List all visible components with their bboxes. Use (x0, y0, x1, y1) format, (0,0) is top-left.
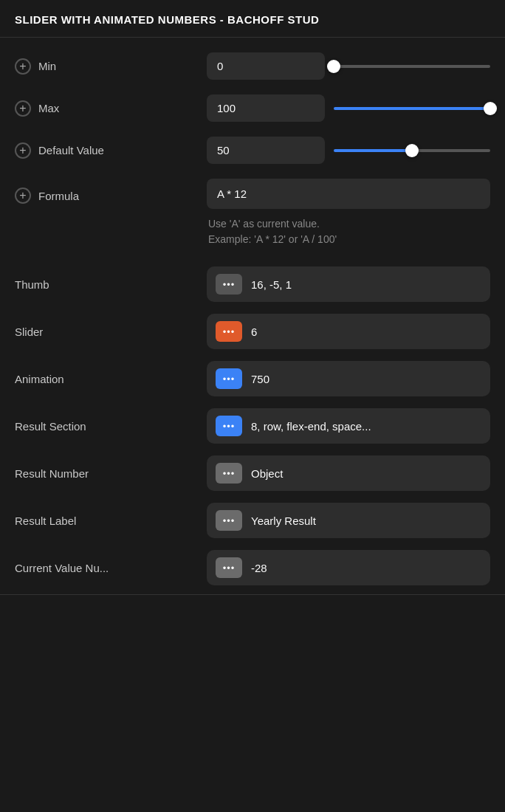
config-value-text-2: 750 (251, 373, 269, 385)
max-slider-container (334, 107, 490, 110)
min-input[interactable] (207, 52, 325, 80)
config-value-box-4: •••Object (207, 455, 490, 491)
content-area: + Min + Max + Default Value (0, 38, 505, 605)
min-slider-container (334, 65, 490, 68)
default-slider-container (334, 149, 490, 152)
config-row-5: Result Label•••Yearly Result (0, 497, 505, 544)
formula-right: Use 'A' as current value. Example: 'A * … (207, 179, 490, 247)
config-row-3: Result Section•••8, row, flex-end, space… (0, 402, 505, 450)
max-slider-thumb[interactable] (484, 102, 497, 115)
max-input[interactable] (207, 94, 325, 122)
min-slider-track[interactable] (334, 65, 490, 68)
min-label: + Min (15, 58, 207, 75)
config-label-5: Result Label (15, 515, 207, 527)
bottom-divider (0, 594, 505, 595)
config-value-text-1: 6 (251, 326, 257, 338)
config-value-text-4: Object (251, 467, 283, 480)
formula-hint: Use 'A' as current value. Example: 'A * … (207, 216, 490, 247)
config-value-box-1: •••6 (207, 314, 490, 349)
default-slider-thumb[interactable] (405, 144, 419, 157)
config-rows: Thumb•••16, -5, 1Slider•••6Animation•••7… (0, 261, 505, 591)
page-title: SLIDER WITH ANIMATED NUMBERS - BACHOFF S… (15, 13, 319, 26)
config-label-3: Result Section (15, 420, 207, 433)
default-value-label: + Default Value (15, 142, 207, 159)
min-row: + Min (0, 45, 505, 87)
config-value-box-2: •••750 (207, 361, 490, 396)
dots-badge-2[interactable]: ••• (216, 368, 242, 389)
config-value-text-0: 16, -5, 1 (251, 278, 292, 291)
formula-input[interactable] (207, 179, 490, 209)
config-row-6: Current Value Nu...•••-28 (0, 544, 505, 591)
config-label-0: Thumb (15, 278, 207, 291)
formula-row: + Formula Use 'A' as current value. Exam… (0, 171, 505, 255)
default-value-row: + Default Value (0, 129, 505, 171)
config-value-box-6: •••-28 (207, 550, 490, 585)
config-value-box-0: •••16, -5, 1 (207, 266, 490, 302)
config-value-box-5: •••Yearly Result (207, 503, 490, 538)
config-label-4: Result Number (15, 467, 207, 480)
default-slider-track[interactable] (334, 149, 490, 152)
config-label-2: Animation (15, 373, 207, 385)
formula-expand-icon[interactable]: + (15, 187, 31, 204)
dots-badge-5[interactable]: ••• (216, 510, 242, 531)
default-value-input[interactable] (207, 137, 325, 164)
max-label: + Max (15, 100, 207, 117)
config-label-6: Current Value Nu... (15, 562, 207, 574)
dots-badge-1[interactable]: ••• (216, 321, 242, 342)
config-row-0: Thumb•••16, -5, 1 (0, 261, 505, 308)
max-slider-track[interactable] (334, 107, 490, 110)
config-value-text-5: Yearly Result (251, 515, 316, 527)
formula-label: + Formula (15, 179, 207, 204)
default-expand-icon[interactable]: + (15, 142, 31, 159)
max-row: + Max (0, 87, 505, 129)
config-label-1: Slider (15, 326, 207, 338)
min-slider-thumb[interactable] (327, 60, 340, 73)
page-header: SLIDER WITH ANIMATED NUMBERS - BACHOFF S… (0, 0, 505, 38)
config-row-4: Result Number•••Object (0, 450, 505, 497)
max-expand-icon[interactable]: + (15, 100, 31, 117)
dots-badge-0[interactable]: ••• (216, 274, 242, 295)
config-value-text-6: -28 (251, 562, 267, 574)
dots-badge-6[interactable]: ••• (216, 557, 242, 578)
config-value-box-3: •••8, row, flex-end, space... (207, 408, 490, 444)
config-row-2: Animation•••750 (0, 355, 505, 402)
config-row-1: Slider•••6 (0, 308, 505, 355)
min-expand-icon[interactable]: + (15, 58, 31, 75)
dots-badge-3[interactable]: ••• (216, 416, 242, 436)
dots-badge-4[interactable]: ••• (216, 463, 242, 484)
config-value-text-3: 8, row, flex-end, space... (251, 420, 371, 433)
